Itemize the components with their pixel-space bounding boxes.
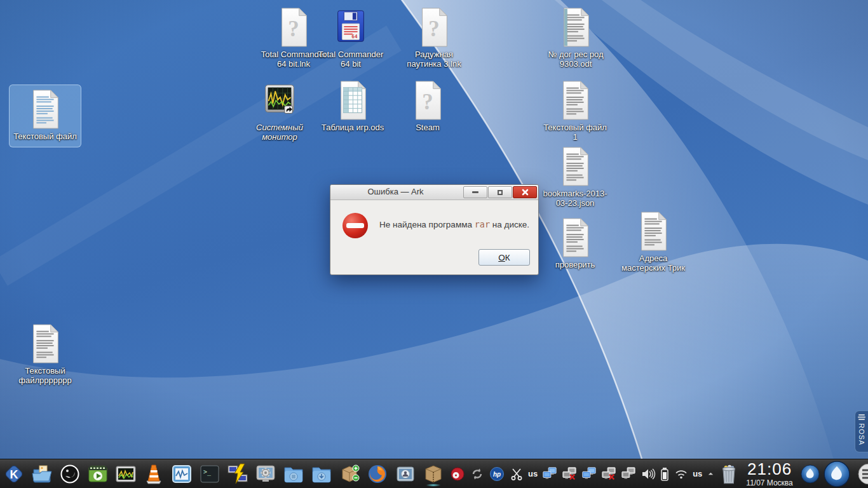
launcher-firefox[interactable] <box>366 463 388 485</box>
tray-trash[interactable] <box>719 463 738 485</box>
tray-network-error-1[interactable] <box>561 466 577 482</box>
launcher-video-player[interactable] <box>86 463 109 485</box>
tray-volume[interactable] <box>640 466 656 482</box>
dialog-title: Ошибка — Ark <box>330 187 461 196</box>
downloads-folder-icon <box>311 463 332 485</box>
launcher-network-connect[interactable] <box>226 463 248 485</box>
maximize-button[interactable] <box>488 186 512 198</box>
desktop-icon-system-monitor[interactable]: Системный монитор <box>245 81 315 142</box>
dialog-titlebar[interactable]: Ошибка — Ark <box>330 185 538 200</box>
chevron-up-icon <box>707 470 715 478</box>
desktop-icon-label: № дог рес род 9303.odt <box>541 50 611 69</box>
hp-logo-icon: hp <box>489 466 505 482</box>
launcher-terminal[interactable]: >_ <box>198 463 220 485</box>
desktop-icon-label: Steam <box>393 123 463 132</box>
media-app-icon <box>450 466 465 482</box>
documents-folder-icon <box>283 463 304 485</box>
desktop-icon-proverit[interactable]: проверить <box>540 218 610 269</box>
package-manager-icon <box>339 463 360 485</box>
tray-battery[interactable] <box>660 466 669 482</box>
dark-browser-icon <box>59 463 81 485</box>
launcher-kde-menu[interactable]: K <box>3 463 25 485</box>
desktop-icon-label: Таблица игр.ods <box>318 123 388 132</box>
launcher-file-manager[interactable] <box>31 463 53 485</box>
desktop-icon-label: Адреса мастерских Трик <box>618 254 688 273</box>
launcher-ark-archiver[interactable] <box>422 463 444 485</box>
kde-menu-icon: K <box>3 463 25 485</box>
rosa-drop-icon <box>801 464 820 484</box>
desktop-icon-label: Total Commander 64 bit <box>316 50 386 69</box>
maximize-icon <box>498 190 503 195</box>
desktop-icon-label: Радужная паутинка 3.lnk <box>399 50 469 69</box>
launcher-browser-dark[interactable] <box>58 463 81 485</box>
ok-button[interactable]: ОК <box>478 249 530 266</box>
minimize-button[interactable] <box>463 186 487 198</box>
keyboard-layout-indicator[interactable]: us <box>528 469 538 478</box>
launcher-package-manager[interactable] <box>338 463 360 485</box>
error-dialog: Ошибка — Ark <box>330 184 539 275</box>
desktop-icon-text-file-rrr[interactable]: Текстовый файлррррррр <box>10 324 80 385</box>
desktop-icon-label: bookmarks-2013-03-23.json <box>540 189 610 208</box>
text-document-icon <box>557 81 593 120</box>
tray-clipboard[interactable] <box>508 466 524 482</box>
tray-wifi[interactable] <box>673 466 689 482</box>
tray-hp-device[interactable]: hp <box>489 466 505 482</box>
text-document-icon <box>557 147 593 186</box>
tray-media-app[interactable] <box>449 466 465 482</box>
desktop-icon-spreadsheet[interactable]: Таблица игр.ods <box>318 81 388 132</box>
tray-network-active-2[interactable] <box>581 466 597 482</box>
launcher-system-monitor[interactable] <box>114 463 137 485</box>
text-document-icon <box>557 218 593 257</box>
dialog-body: Не найдена программа rar на диске. ОК <box>330 200 538 274</box>
desktop-icon-bookmarks-json[interactable]: bookmarks-2013-03-23.json <box>540 147 610 208</box>
clock-time: 21:06 <box>746 461 792 477</box>
launcher-downloads-folder[interactable] <box>310 463 332 485</box>
desktop-icon-total-commander[interactable]: Total Commander 64 bit <box>316 8 386 69</box>
launcher-vlc[interactable] <box>142 463 165 485</box>
panel-stack-button[interactable] <box>855 461 868 487</box>
launcher-area: K <box>0 463 444 485</box>
vlc-icon <box>143 463 165 485</box>
close-button[interactable] <box>513 186 537 198</box>
desktop-icon-rainbow-web-lnk[interactable]: Радужная паутинка 3.lnk <box>399 8 469 69</box>
tray-expander[interactable] <box>706 466 715 482</box>
network-active-icon <box>542 466 557 482</box>
tray-network-idle[interactable] <box>620 466 636 482</box>
close-icon <box>522 189 529 196</box>
rosa-menu-button[interactable] <box>801 464 820 484</box>
program-name-code: rar <box>475 219 490 229</box>
spreadsheet-icon <box>335 81 370 120</box>
network-error-icon <box>601 466 616 482</box>
desktop-icon-label: проверить <box>540 260 610 269</box>
clock[interactable]: 21:06 11/07 Москва <box>746 461 792 487</box>
sync-icon <box>470 466 485 482</box>
trash-full-icon <box>719 463 738 485</box>
tray-network-error-2[interactable] <box>600 466 616 482</box>
tray-sync[interactable] <box>469 466 485 482</box>
rosa-drop-icon <box>824 461 850 487</box>
text-document-icon <box>635 212 671 251</box>
desktop-icon-odt-document[interactable]: № дог рес род 9303.odt <box>541 8 611 69</box>
network-idle-icon <box>621 466 636 482</box>
desktop-icon-text-file-selected[interactable]: Текстовый файл <box>9 85 81 147</box>
desktop-icon-label: Текстовый файл <box>10 132 81 141</box>
desktop-icon-steam[interactable]: Steam <box>393 81 463 132</box>
stackfolder-tab[interactable]: ROSA <box>855 410 868 452</box>
desktop-icon-text-file-1[interactable]: Текстовый файл 1 <box>540 81 610 142</box>
launcher-messenger[interactable] <box>394 463 416 485</box>
unknown-file-icon <box>276 8 311 47</box>
audio-wave-icon <box>171 463 193 485</box>
desktop-icon-adresa[interactable]: Адреса мастерских Трик <box>618 212 688 273</box>
stack-icon <box>855 461 868 487</box>
launcher-system-settings[interactable] <box>254 463 276 485</box>
scissors-icon <box>509 466 524 482</box>
svg-text:K: K <box>10 468 18 481</box>
svg-text:>_: >_ <box>203 468 212 476</box>
rosa-launcher-button[interactable] <box>824 461 850 487</box>
launcher-documents-folder[interactable] <box>282 463 304 485</box>
tray-network-active-1[interactable] <box>541 466 557 482</box>
keyboard-layout-indicator[interactable]: us <box>693 469 702 478</box>
launcher-audio-wave-monitor[interactable] <box>170 463 193 485</box>
minimize-icon <box>472 191 478 193</box>
volume-icon <box>641 466 656 482</box>
